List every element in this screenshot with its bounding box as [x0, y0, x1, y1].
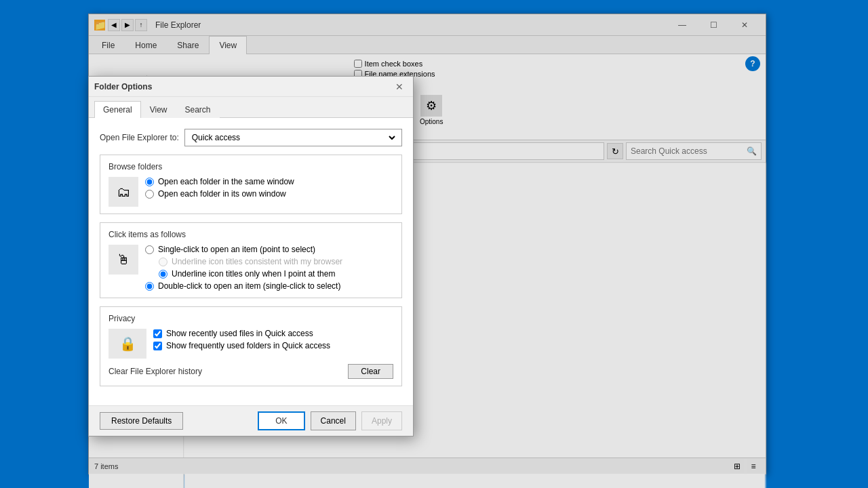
same-window-radio[interactable]	[145, 178, 154, 186]
open-label: Open File Explorer to:	[100, 133, 179, 142]
clear-btn[interactable]: Clear	[348, 364, 393, 379]
privacy-title: Privacy	[108, 314, 393, 323]
click-items-section: Click items as follows 🖱 Single-click to…	[100, 222, 402, 298]
frequent-folders-label: Show frequently used folders in Quick ac…	[166, 341, 330, 350]
click-items-options: Single-click to open an item (point to s…	[145, 245, 342, 291]
dialog-tab-general[interactable]: General	[94, 101, 141, 118]
own-window-row: Open each folder in its own window	[145, 189, 294, 199]
underline-pointer-row: Underline icon titles only when I point …	[159, 269, 342, 279]
underline-browser-row: Underline icon titles consistent with my…	[159, 257, 342, 266]
dialog-tab-search[interactable]: Search	[176, 101, 220, 118]
frequent-folders-row: Show frequently used folders in Quick ac…	[153, 341, 330, 350]
recent-files-row: Show recently used files in Quick access	[153, 329, 330, 338]
browse-folders-title: Browse folders	[108, 162, 393, 171]
double-click-row: Double-click to open an item (single-cli…	[145, 281, 342, 291]
open-explorer-row: Open File Explorer to: Quick access This…	[100, 129, 402, 146]
browse-folders-img: 🗂	[108, 177, 138, 207]
same-window-row: Open each folder in the same window	[145, 177, 294, 186]
click-items-img: 🖱	[108, 245, 138, 274]
double-click-label: Double-click to open an item (single-cli…	[158, 281, 340, 291]
single-click-row: Single-click to open an item (point to s…	[145, 245, 342, 254]
cancel-btn[interactable]: Cancel	[311, 411, 356, 430]
click-items-title: Click items as follows	[108, 230, 393, 239]
browse-folders-options: Open each folder in the same window Open…	[145, 177, 294, 199]
folder-options-dialog: Folder Options ✕ General View Search Ope…	[88, 76, 414, 436]
dialog-tabs: General View Search	[89, 97, 413, 118]
apply-btn[interactable]: Apply	[361, 411, 402, 430]
privacy-options: Show recently used files in Quick access…	[153, 329, 330, 350]
single-click-radio[interactable]	[145, 245, 154, 254]
underline-browser-radio[interactable]	[159, 258, 167, 266]
double-click-radio[interactable]	[145, 282, 154, 291]
open-select[interactable]: Quick access This PC	[184, 129, 402, 146]
restore-defaults-btn[interactable]: Restore Defaults	[100, 412, 183, 430]
privacy-content: 🔒 Show recently used files in Quick acce…	[108, 329, 393, 359]
dialog-title: Folder Options	[94, 82, 391, 92]
clear-history-label: Clear File Explorer history	[108, 367, 202, 376]
underline-browser-label: Underline icon titles consistent with my…	[172, 257, 342, 266]
browse-folders-content: 🗂 Open each folder in the same window Op…	[108, 177, 393, 207]
single-click-label: Single-click to open an item (point to s…	[158, 245, 315, 254]
recent-files-checkbox[interactable]	[153, 329, 162, 338]
recent-files-label: Show recently used files in Quick access	[166, 329, 313, 338]
frequent-folders-checkbox[interactable]	[153, 342, 162, 350]
own-window-label: Open each folder in its own window	[158, 189, 286, 199]
dialog-tab-view[interactable]: View	[141, 101, 176, 118]
same-window-label: Open each folder in the same window	[158, 177, 294, 186]
click-items-content: 🖱 Single-click to open an item (point to…	[108, 245, 393, 291]
dialog-title-bar: Folder Options ✕	[89, 77, 413, 97]
dialog-footer: Restore Defaults OK Cancel Apply	[89, 405, 413, 436]
underline-pointer-radio[interactable]	[159, 270, 167, 279]
open-select-input[interactable]: Quick access This PC	[189, 132, 397, 143]
privacy-img: 🔒	[108, 329, 146, 359]
ok-btn[interactable]: OK	[258, 411, 304, 430]
clear-history-row: Clear File Explorer history Clear	[108, 364, 393, 379]
privacy-section: Privacy 🔒 Show recently used files in Qu…	[100, 306, 402, 386]
dialog-close-btn[interactable]: ✕	[391, 79, 408, 95]
browse-folders-section: Browse folders 🗂 Open each folder in the…	[100, 155, 402, 214]
dialog-action-btns: OK Cancel Apply	[258, 411, 402, 430]
own-window-radio[interactable]	[145, 190, 154, 199]
underline-pointer-label: Underline icon titles only when I point …	[172, 269, 335, 279]
dialog-body: Open File Explorer to: Quick access This…	[89, 118, 413, 405]
